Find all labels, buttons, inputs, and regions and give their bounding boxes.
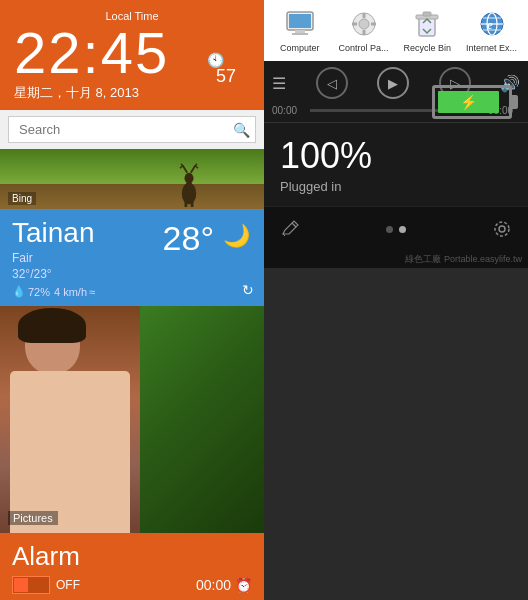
page-dot-2 — [399, 226, 406, 233]
svg-point-16 — [359, 19, 369, 29]
weather-icon: 🌙 — [223, 223, 250, 249]
search-tile: 🔍 — [0, 110, 264, 149]
desktop-icon-ie[interactable]: e Internet Ex... — [466, 8, 517, 53]
pictures-label: Pictures — [8, 511, 58, 525]
computer-icon — [284, 8, 316, 40]
bing-tile: Bing — [0, 149, 264, 209]
svg-line-5 — [181, 164, 183, 166]
battery-section: ⚡ 100% Plugged in — [264, 122, 528, 206]
svg-rect-9 — [185, 202, 188, 207]
svg-rect-17 — [362, 13, 365, 18]
svg-rect-12 — [289, 14, 311, 28]
wind-icon: ≈ — [89, 286, 95, 298]
battery-tip — [512, 95, 518, 109]
settings-button[interactable] — [488, 215, 516, 243]
svg-line-30 — [292, 223, 296, 227]
alarm-toggle[interactable]: OFF — [12, 576, 80, 594]
svg-text:e: e — [487, 17, 493, 32]
alarm-off-label: OFF — [56, 578, 80, 592]
desktop-icon-recyclebin[interactable]: Recycle Bin — [402, 8, 452, 53]
bottom-controls — [264, 206, 528, 251]
humidity-icon: 💧 — [12, 285, 26, 298]
svg-point-32 — [499, 226, 505, 232]
alarm-tile: Alarm OFF 00:00 ⏰ — [0, 533, 264, 600]
page-dot-1 — [386, 226, 393, 233]
pictures-background — [0, 306, 264, 533]
svg-rect-18 — [362, 30, 365, 35]
copyright: 綠色工廠 Portable.easylife.tw — [264, 251, 528, 268]
clock-time: 22:45 — [14, 20, 169, 85]
svg-point-33 — [495, 222, 509, 236]
svg-line-6 — [191, 166, 196, 173]
controlpanel-icon — [348, 8, 380, 40]
weather-wind: 4 km/h ≈ — [54, 286, 95, 298]
recyclebin-icon — [411, 8, 443, 40]
svg-rect-13 — [295, 30, 305, 33]
weather-range: 32°/23° — [12, 267, 252, 281]
right-panel: Computer Control Pa... — [264, 0, 528, 600]
alarm-toggle-track[interactable] — [12, 576, 50, 594]
weather-humidity: 💧 72% — [12, 285, 50, 298]
alarm-toggle-thumb — [14, 578, 28, 592]
recyclebin-icon-label: Recycle Bin — [404, 43, 452, 53]
search-input[interactable] — [8, 116, 256, 143]
ie-icon-label: Internet Ex... — [466, 43, 517, 53]
pencil-button[interactable] — [276, 215, 304, 243]
svg-rect-20 — [371, 23, 376, 26]
battery-body: ⚡ — [432, 85, 512, 119]
svg-line-7 — [195, 166, 198, 169]
weather-tile: Tainan Fair 28° 🌙 32°/23° 💧 72% 4 km/h ≈… — [0, 209, 264, 306]
svg-rect-1 — [186, 182, 191, 196]
battery-plug-icon: ⚡ — [460, 94, 477, 110]
desktop-icon-computer[interactable]: Computer — [275, 8, 325, 53]
clock-seconds: 57 — [216, 66, 236, 87]
weather-refresh-button[interactable]: ↻ — [242, 282, 254, 298]
hamburger-menu-button[interactable]: ☰ — [272, 74, 286, 93]
bing-label: Bing — [8, 192, 36, 205]
alarm-clock-icon: ⏰ — [235, 577, 252, 593]
alarm-bottom: OFF 00:00 ⏰ — [12, 576, 252, 594]
page-dots — [386, 226, 406, 233]
svg-line-4 — [180, 166, 183, 169]
media-prev-button[interactable]: ◁ — [316, 67, 348, 99]
pictures-tile: Pictures — [0, 306, 264, 533]
media-play-button[interactable]: ▶ — [377, 67, 409, 99]
svg-rect-19 — [352, 23, 357, 26]
battery-status: Plugged in — [280, 179, 512, 194]
battery-fill: ⚡ — [438, 91, 499, 113]
svg-line-3 — [183, 166, 188, 173]
media-time-start: 00:00 — [272, 105, 304, 116]
weather-city: Tainan — [12, 217, 252, 249]
desktop-icons-row: Computer Control Pa... — [264, 0, 528, 61]
battery-percent: 100% — [280, 135, 512, 177]
svg-line-8 — [195, 164, 197, 166]
svg-point-2 — [185, 173, 194, 184]
clock-date: 星期二，十月 8, 2013 — [14, 84, 250, 102]
ie-icon: e — [476, 8, 508, 40]
alarm-time: 00:00 ⏰ — [196, 577, 252, 593]
battery-icon-row: ⚡ — [432, 85, 512, 119]
computer-icon-label: Computer — [280, 43, 320, 53]
weather-temp: 28° — [163, 219, 214, 258]
weather-details: 💧 72% 4 km/h ≈ — [12, 285, 252, 298]
clock-tile: Local Time 22:45 🕙 57 星期二，十月 8, 2013 — [0, 0, 264, 110]
controlpanel-icon-label: Control Pa... — [339, 43, 389, 53]
desktop-icon-controlpanel[interactable]: Control Pa... — [339, 8, 389, 53]
bing-background — [0, 149, 264, 209]
alarm-title: Alarm — [12, 541, 252, 572]
svg-rect-14 — [292, 33, 308, 35]
weather-condition: Fair — [12, 251, 252, 265]
svg-rect-10 — [191, 202, 194, 207]
search-icon[interactable]: 🔍 — [233, 122, 250, 138]
left-panel: Local Time 22:45 🕙 57 星期二，十月 8, 2013 🔍 — [0, 0, 264, 600]
deer-silhouette — [174, 162, 204, 207]
svg-rect-23 — [423, 12, 431, 16]
